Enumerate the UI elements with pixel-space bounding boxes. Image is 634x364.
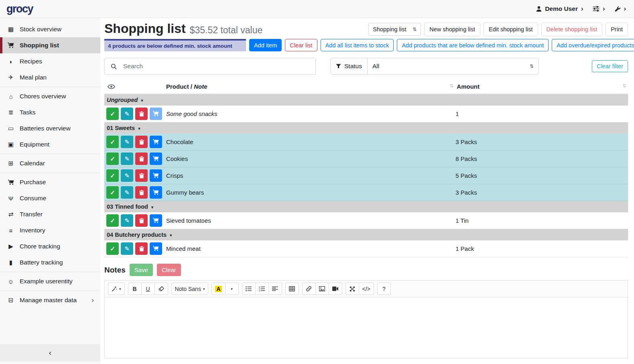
notes-editor-area[interactable]	[104, 297, 628, 358]
sidebar-item-inventory[interactable]: ≡ Inventory	[0, 222, 100, 238]
sidebar-item-equipment[interactable]: ▣ Equipment	[0, 136, 100, 153]
edit-item-button[interactable]: ✎	[121, 214, 133, 227]
help-button[interactable]: ?	[377, 283, 391, 295]
delete-shopping-list-button[interactable]: Delete shopping list	[541, 22, 603, 36]
sidebar-item-manage-master-data[interactable]: ⊟ Manage master data ›	[0, 292, 100, 308]
table-insert-button[interactable]	[285, 283, 299, 295]
sidebar-item-calendar[interactable]: ⊞ Calendar	[0, 155, 100, 171]
sidebar-collapse-button[interactable]: ‹	[0, 344, 100, 362]
new-shopping-list-button[interactable]: New shopping list	[424, 22, 480, 36]
group-name: Ungrouped	[107, 97, 138, 103]
edit-item-button[interactable]: ✎	[121, 153, 133, 165]
edit-item-button[interactable]: ✎	[121, 186, 133, 199]
video-button[interactable]	[329, 283, 342, 295]
add-to-stock-button[interactable]	[150, 108, 162, 120]
sidebar-item-tasks[interactable]: ≣ Tasks	[0, 104, 100, 120]
magic-style-button[interactable]: ▾	[108, 283, 125, 295]
edit-item-button[interactable]: ✎	[121, 242, 133, 255]
chevron-right-icon: ›	[603, 5, 605, 12]
group-header-tinned-food[interactable]: 03 Tinned food▾	[104, 201, 628, 213]
mark-done-button[interactable]: ✓	[106, 169, 119, 182]
print-button[interactable]: Print	[606, 22, 628, 36]
sidebar-item-battery-tracking[interactable]: ▮ Battery tracking	[0, 254, 100, 270]
group-header-sweets[interactable]: 01 Sweets▾	[104, 122, 628, 134]
highlight-color-button[interactable]: A	[211, 283, 225, 295]
user-menu[interactable]: Demo User ›	[536, 5, 583, 12]
search-input[interactable]	[122, 58, 315, 74]
group-header-ungrouped[interactable]: Ungrouped▾	[104, 94, 628, 106]
add-all-to-stock-button[interactable]: Add all list items to stock	[321, 39, 394, 51]
mark-done-button[interactable]: ✓	[106, 242, 119, 255]
sidebar-item-chore-tracking[interactable]: ▶ Chore tracking	[0, 238, 100, 254]
ordered-list-button[interactable]	[255, 283, 269, 295]
add-to-stock-button[interactable]	[150, 242, 162, 255]
admin-tools-menu[interactable]: ›	[615, 5, 626, 12]
delete-item-button[interactable]	[135, 169, 148, 182]
bold-button[interactable]: B	[128, 283, 142, 295]
app-logo[interactable]: grocy	[6, 3, 33, 15]
calendar-icon: ⊞	[6, 160, 16, 167]
sidebar-item-transfer[interactable]: ⇄ Transfer	[0, 206, 100, 222]
delete-item-button[interactable]	[135, 214, 148, 227]
edit-shopping-list-button[interactable]: Edit shopping list	[484, 22, 538, 36]
amount-cell: 1 Pack	[455, 240, 628, 257]
status-select[interactable]: All ⇅	[368, 58, 538, 74]
add-to-stock-button[interactable]	[150, 214, 162, 227]
mark-done-button[interactable]: ✓	[106, 136, 119, 148]
unordered-list-button[interactable]	[242, 283, 256, 295]
code-view-button[interactable]: </>	[359, 283, 374, 295]
sort-icon[interactable]: ⇅	[449, 83, 453, 89]
mark-done-button[interactable]: ✓	[106, 153, 119, 165]
paragraph-style-button[interactable]	[268, 283, 282, 295]
delete-item-button[interactable]	[135, 153, 148, 165]
sidebar-item-batteries-overview[interactable]: ▭ Batteries overview	[0, 120, 100, 136]
picture-button[interactable]	[315, 283, 329, 295]
clear-formatting-button[interactable]	[154, 283, 168, 295]
clear-filter-button[interactable]: Clear filter	[592, 60, 628, 72]
cart-icon	[153, 218, 159, 224]
add-overdue-button[interactable]: Add overdue/expired products	[552, 39, 634, 51]
clear-list-button[interactable]: Clear list	[285, 39, 317, 51]
pencil-icon: ✎	[124, 172, 130, 179]
sort-icon[interactable]: ⇅	[622, 83, 626, 89]
add-to-stock-button[interactable]	[150, 169, 162, 182]
sidebar-item-shopping-list[interactable]: Shopping list	[0, 37, 100, 53]
sidebar-item-example-userentity[interactable]: ☺ Example userentity	[0, 273, 100, 289]
product-column-header[interactable]: Product / Note ⇅	[165, 79, 455, 94]
add-to-stock-button[interactable]	[150, 153, 162, 165]
edit-item-button[interactable]: ✎	[121, 108, 133, 120]
add-below-min-button[interactable]: Add products that are below defined min.…	[397, 39, 549, 51]
fullscreen-button[interactable]	[345, 283, 359, 295]
amount-column-header[interactable]: Amount ⇅	[455, 79, 628, 94]
delete-item-button[interactable]	[135, 108, 148, 120]
font-family-select[interactable]: Noto Sans ▾	[171, 283, 209, 295]
sidebar-item-purchase[interactable]: Purchase	[0, 174, 100, 190]
sidebar-item-chores-overview[interactable]: ⌂ Chores overview	[0, 88, 100, 104]
total-value: $35.52 total value	[190, 25, 263, 36]
shopping-list-select[interactable]: Shopping list ⇅	[368, 23, 421, 36]
mark-done-button[interactable]: ✓	[106, 108, 119, 120]
notes-save-button[interactable]: Save	[130, 264, 153, 276]
mark-done-button[interactable]: ✓	[106, 186, 119, 199]
sidebar-item-recipes[interactable]: ◗ Recipes	[0, 53, 100, 69]
delete-item-button[interactable]	[135, 136, 148, 148]
delete-item-button[interactable]	[135, 186, 148, 199]
add-item-button[interactable]: Add item	[249, 39, 282, 51]
notes-clear-button[interactable]: Clear	[157, 264, 181, 276]
add-to-stock-button[interactable]	[150, 186, 162, 199]
delete-item-button[interactable]	[135, 242, 148, 255]
sidebar-item-meal-plan[interactable]: ✈ Meal plan	[0, 69, 100, 85]
mark-done-button[interactable]: ✓	[106, 214, 119, 227]
quick-settings-menu[interactable]: ›	[593, 5, 605, 12]
sidebar-item-stock-overview[interactable]: ▦ Stock overview	[0, 21, 100, 37]
highlight-color-caret-button[interactable]: ▾	[225, 283, 239, 295]
underline-button[interactable]: U	[141, 283, 155, 295]
add-to-stock-button[interactable]	[150, 136, 162, 148]
edit-item-button[interactable]: ✎	[121, 136, 133, 148]
status-label: Status	[331, 58, 368, 74]
sidebar-item-consume[interactable]: Ψ Consume	[0, 190, 100, 206]
link-button[interactable]	[302, 283, 316, 295]
sidebar-item-label: Recipes	[20, 58, 42, 65]
group-header-butchery-products[interactable]: 04 Butchery products▾	[104, 229, 628, 241]
edit-item-button[interactable]: ✎	[121, 169, 133, 182]
